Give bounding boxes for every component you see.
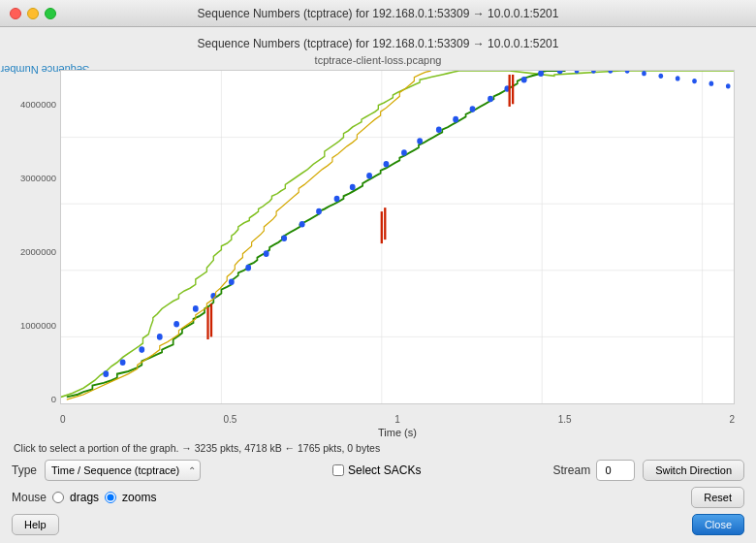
svg-point-18	[281, 236, 287, 242]
svg-point-10	[139, 346, 144, 353]
x-axis-label: Time (s)	[60, 427, 735, 438]
close-button-bottom[interactable]: Close	[692, 514, 744, 535]
type-select[interactable]: Time / Sequence (tcptrace) Time / Sequen…	[45, 460, 201, 481]
main-content: Sequence Numbers (tcptrace) for 192.168.…	[0, 27, 756, 543]
svg-point-29	[470, 106, 476, 112]
svg-point-43	[709, 81, 714, 86]
svg-point-20	[316, 208, 322, 215]
svg-point-17	[264, 250, 269, 257]
svg-point-40	[659, 74, 664, 79]
svg-point-24	[384, 161, 390, 168]
svg-point-21	[334, 196, 340, 203]
stream-label: Stream	[552, 463, 590, 477]
select-sacks-group[interactable]: Select SACKs	[332, 463, 421, 477]
maximize-button[interactable]	[45, 8, 56, 19]
traffic-lights	[10, 8, 56, 19]
y-tick-3m: 3000000	[20, 173, 56, 183]
svg-point-16	[245, 265, 251, 272]
select-sacks-label: Select SACKs	[348, 463, 421, 477]
minimize-button[interactable]	[27, 8, 39, 19]
type-select-wrapper[interactable]: Time / Sequence (tcptrace) Time / Sequen…	[45, 460, 201, 481]
svg-point-39	[642, 71, 646, 76]
x-tick-1: 1	[394, 414, 400, 425]
y-tick-4m: 4000000	[20, 99, 56, 110]
svg-point-44	[726, 83, 731, 88]
stream-spinner[interactable]	[596, 460, 635, 481]
zooms-radio[interactable]	[105, 492, 116, 503]
select-sacks-checkbox[interactable]	[332, 464, 344, 476]
stream-group: Stream	[552, 460, 635, 481]
window-title: Sequence Numbers (tcptrace) for 192.168.…	[198, 7, 559, 20]
type-label: Type	[12, 463, 37, 477]
svg-point-15	[229, 278, 235, 285]
mouse-label: Mouse	[12, 491, 47, 504]
svg-point-12	[173, 321, 179, 328]
svg-point-42	[692, 79, 697, 83]
title-bar: Sequence Numbers (tcptrace) for 192.168.…	[0, 0, 756, 27]
svg-point-27	[436, 126, 442, 133]
chart-svg	[61, 71, 734, 403]
info-bar: Click to select a portion of the graph. …	[12, 442, 744, 454]
y-tick-2m: 2000000	[20, 246, 56, 257]
chart-container[interactable]: Sequence Number (B) 0 1000000 2000000 30…	[12, 70, 744, 438]
svg-point-22	[350, 184, 356, 191]
close-button[interactable]	[10, 8, 21, 19]
drags-radio[interactable]	[52, 492, 64, 503]
final-row: Help Close	[12, 514, 744, 535]
svg-point-37	[608, 71, 613, 74]
y-tick-1m: 1000000	[20, 320, 56, 331]
help-button[interactable]: Help	[12, 514, 59, 535]
controls-row-2: Mouse drags zooms Reset	[12, 487, 744, 508]
y-tick-0: 0	[51, 394, 56, 404]
x-ticks: 0 0.5 1 1.5 2	[60, 414, 735, 425]
svg-point-33	[538, 71, 544, 77]
svg-point-26	[417, 138, 423, 144]
drags-label: drags	[70, 491, 99, 504]
chart-area[interactable]	[60, 70, 735, 404]
zooms-label: zooms	[122, 491, 156, 504]
svg-point-25	[401, 149, 407, 156]
switch-direction-button[interactable]: Switch Direction	[643, 460, 744, 481]
svg-point-9	[120, 359, 126, 366]
svg-point-32	[521, 77, 527, 83]
svg-point-30	[488, 96, 493, 103]
svg-point-38	[625, 71, 630, 74]
svg-point-13	[193, 305, 199, 312]
x-tick-15: 1.5	[558, 414, 572, 425]
svg-point-41	[676, 76, 680, 80]
controls-row-1: Type Time / Sequence (tcptrace) Time / S…	[12, 460, 744, 481]
y-ticks-container: 0 1000000 2000000 3000000 4000000	[12, 70, 60, 404]
reset-button[interactable]: Reset	[691, 487, 744, 508]
svg-point-28	[453, 116, 458, 123]
svg-point-23	[366, 173, 372, 179]
x-tick-2: 2	[729, 414, 735, 425]
mouse-section: drags zooms	[52, 491, 156, 504]
svg-point-11	[157, 334, 163, 340]
svg-point-8	[103, 370, 109, 377]
x-tick-05: 0.5	[223, 414, 236, 425]
x-tick-0: 0	[60, 414, 66, 425]
svg-point-19	[299, 221, 305, 228]
